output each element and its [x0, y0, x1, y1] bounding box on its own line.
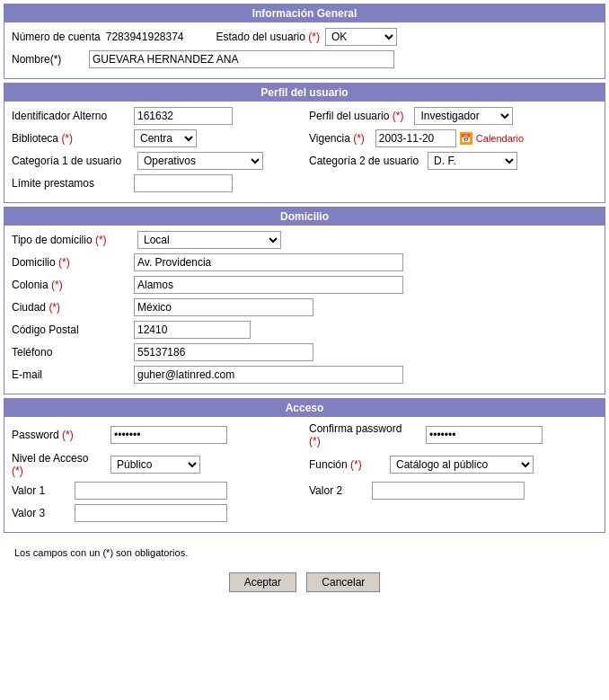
nivel-acceso-label: Nivel de Acceso (*) [12, 452, 102, 477]
categoria1-label: Categoría 1 de usuario [12, 155, 128, 167]
nombre-input[interactable] [89, 50, 394, 68]
biblioteca-select[interactable]: Centra Norte Sur [134, 129, 197, 147]
footer-note: Los campos con un (*) son obligatorios. [14, 547, 595, 558]
numero-cuenta-value: 7283941928374 [106, 31, 184, 43]
colonia-input[interactable] [134, 276, 403, 294]
vigencia-label: Vigencia (*) [309, 132, 365, 145]
telefono-label: Teléfono [12, 346, 128, 359]
confirma-password-label: Confirma password (*) [309, 422, 417, 447]
perfil-usuario-select[interactable]: Investigador Estudiante Docente [414, 107, 513, 125]
identificador-alterno-label: Identificador Alterno [12, 110, 128, 122]
estado-usuario-select[interactable]: OK Activo Inactivo [325, 28, 397, 46]
email-input[interactable] [134, 366, 403, 384]
numero-cuenta-label: Número de cuenta [12, 31, 101, 43]
valor3-label: Valor 3 [12, 507, 66, 519]
codigo-postal-input[interactable] [134, 321, 251, 339]
domicilio-input[interactable] [134, 253, 403, 271]
acceso-header: Acceso [4, 399, 605, 417]
footer-note-container: Los campos con un (*) son obligatorios. [0, 536, 609, 567]
vigencia-input[interactable] [375, 129, 456, 147]
perfil-usuario-section: Perfil del usuario Identificador Alterno… [4, 83, 605, 203]
password-label: Password (*) [12, 429, 102, 441]
ciudad-label: Ciudad (*) [12, 301, 128, 314]
domicilio-label: Domicilio (*) [12, 256, 128, 269]
info-general-section: Información General Número de cuenta 728… [4, 4, 605, 79]
acceso-section: Acceso Password (*) Confirma password (*… [4, 398, 605, 533]
ciudad-input[interactable] [134, 298, 313, 316]
valor3-input[interactable] [75, 504, 227, 522]
valor2-input[interactable] [372, 482, 525, 500]
calendar-icon: 📅 [460, 132, 472, 145]
tipo-domicilio-select[interactable]: Local Foráneo Extranjero [137, 231, 281, 249]
identificador-alterno-input[interactable] [134, 107, 233, 125]
telefono-input[interactable] [134, 343, 313, 361]
categoria2-select[interactable]: D. F. Estado Interior [428, 152, 517, 170]
categoria1-select[interactable]: Operativos Administrativos Académicos [137, 152, 263, 170]
perfil-usuario-header: Perfil del usuario [4, 84, 605, 102]
valor1-label: Valor 1 [12, 484, 66, 497]
aceptar-button[interactable]: Aceptar [229, 572, 296, 592]
valor2-label: Valor 2 [309, 484, 363, 497]
tipo-domicilio-label: Tipo de domicilio (*) [12, 234, 128, 246]
valor1-input[interactable] [75, 482, 227, 500]
funcion-label: Función (*) [309, 458, 381, 471]
domicilio-section: Domicilio Tipo de domicilio (*) Local Fo… [4, 207, 605, 394]
biblioteca-label: Biblioteca (*) [12, 132, 128, 145]
footer-buttons: Aceptar Cancelar [0, 572, 609, 592]
password-input[interactable] [110, 426, 227, 444]
calendario-link[interactable]: 📅 Calendario [460, 132, 524, 145]
codigo-postal-label: Código Postal [12, 323, 128, 336]
confirma-password-input[interactable] [426, 426, 543, 444]
perfil-usuario-label: Perfil del usuario (*) [309, 110, 403, 122]
cancelar-button[interactable]: Cancelar [306, 572, 380, 592]
categoria2-label: Categoría 2 de usuario [309, 155, 419, 167]
domicilio-header: Domicilio [4, 208, 605, 226]
estado-usuario-label: Estado del usuario (*) [216, 31, 320, 43]
limite-prestamos-label: Límite prestamos [12, 177, 128, 190]
limite-prestamos-input[interactable] [134, 174, 233, 192]
funcion-select[interactable]: Catálogo al público Circulación Adquisic… [390, 456, 534, 474]
email-label: E-mail [12, 368, 128, 381]
nivel-acceso-select[interactable]: Público Restringido Administrador [110, 456, 200, 474]
colonia-label: Colonia (*) [12, 279, 128, 291]
nombre-label: Nombre(*) [12, 53, 84, 66]
info-general-header: Información General [4, 4, 605, 22]
